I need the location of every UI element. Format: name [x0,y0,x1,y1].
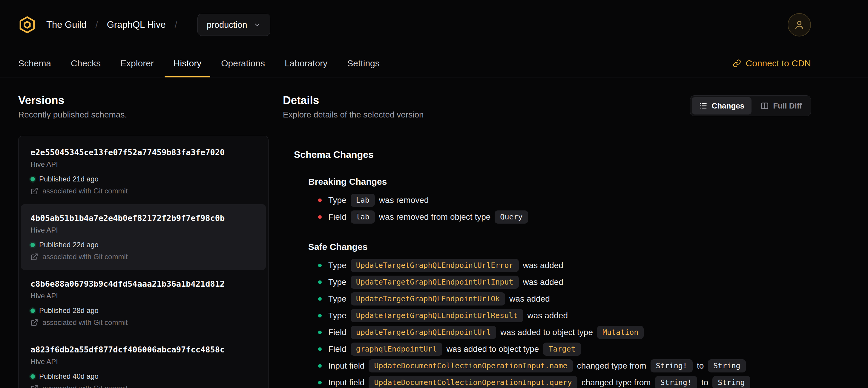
change-text: Field [328,345,346,354]
git-commit-link[interactable]: associated with Git commit [30,187,256,195]
versions-title: Versions [18,94,269,107]
chevron-down-icon [253,21,261,29]
change-text: was added [509,294,550,304]
version-list-item[interactable]: c8b6e88a06793b9c4dfd54aaa21b36a1b421d812… [21,270,266,336]
git-commit-label: associated with Git commit [42,384,128,388]
breadcrumb-separator: / [175,20,177,30]
full-diff-view-button[interactable]: Full Diff [753,97,809,115]
changes-view-label: Changes [712,101,744,111]
change-text: Type [328,294,346,304]
version-list-item[interactable]: 4b05ab51b1b4a7e2e4b0ef82172f2b9f7ef98c0b… [21,204,266,270]
columns-icon [761,101,769,110]
external-link-icon [30,187,38,195]
details-subtitle: Explore details of the selected version [283,110,424,120]
link-icon [733,59,741,67]
code-chip: String [708,359,746,372]
change-text: was removed [379,196,429,205]
version-service: Hive API [30,292,256,300]
change-list: TypeLabwas removedFieldlabwas removed fr… [318,192,811,226]
version-published-row: Published 22d ago [30,241,256,249]
change-text: Type [328,196,346,205]
change-section-title: Safe Changes [308,241,811,252]
hive-logo-icon[interactable] [18,16,36,34]
schema-changes-sections: Breaking ChangesTypeLabwas removedFieldl… [283,176,811,388]
tab-schema[interactable]: Schema [9,50,60,77]
git-commit-label: associated with Git commit [42,252,128,261]
published-status-dot [30,308,35,313]
published-status-dot [30,177,35,181]
breadcrumb-project[interactable]: GraphQL Hive [107,20,166,30]
change-text: was added [527,311,568,321]
published-status-dot [30,243,35,247]
git-commit-link[interactable]: associated with Git commit [30,318,256,327]
change-text: Field [328,212,346,222]
user-avatar[interactable] [788,13,811,36]
change-text: was added [523,261,563,270]
version-published-row: Published 21d ago [30,175,256,183]
code-chip: updateTargetGraphQLEndpointUrl [351,326,496,339]
change-text: Input field [328,361,364,371]
details-panel: Details Explore details of the selected … [283,94,811,388]
version-list-item[interactable]: e2e55045345ce13fe07f52a77459b83fa3fe7020… [21,139,266,204]
changes-view-button[interactable]: Changes [692,97,751,115]
target-selector-dropdown[interactable]: production [197,14,270,36]
change-item: TypeUpdateTargetGraphQLEndpointUrlErrorw… [318,257,811,274]
change-bullet [318,297,322,301]
code-chip: String! [651,359,693,372]
tab-history[interactable]: History [164,50,210,77]
change-item: Input fieldUpdateDocumentCollectionOpera… [318,358,811,374]
code-chip: String! [655,376,697,388]
versions-subtitle: Recently published schemas. [18,110,269,120]
published-status-dot [30,374,35,379]
list-icon [699,101,707,110]
change-list: TypeUpdateTargetGraphQLEndpointUrlErrorw… [318,257,811,388]
code-chip: Mutation [597,326,644,339]
change-item: Fieldlabwas removed from object typeQuer… [318,209,811,226]
external-link-icon [30,384,38,388]
code-chip: UpdateDocumentCollectionOperationInput.n… [369,359,572,372]
breadcrumb-separator: / [95,20,98,30]
change-text: changed type from [582,378,651,387]
change-section-title: Breaking Changes [308,176,811,187]
change-bullet [318,215,322,219]
code-chip: Target [543,342,581,356]
git-commit-link[interactable]: associated with Git commit [30,384,256,388]
version-published-label: Published 28d ago [39,306,99,315]
version-list-item[interactable]: a823f6db2a55df877dcf406006abca97fcc4858c… [21,336,266,388]
version-list: e2e55045345ce13fe07f52a77459b83fa3fe7020… [18,136,269,388]
code-chip: lab [351,210,375,223]
full-diff-view-label: Full Diff [773,101,802,111]
code-chip: Lab [351,194,375,207]
tab-settings[interactable]: Settings [338,50,388,77]
change-text: was removed from object type [379,212,491,222]
connect-to-cdn-link[interactable]: Connect to CDN [733,58,811,68]
tab-operations[interactable]: Operations [212,50,274,77]
change-text: was added to object type [446,345,539,354]
breadcrumb-org[interactable]: The Guild [46,20,86,30]
tab-checks[interactable]: Checks [62,50,110,77]
change-item: FieldgraphqlEndpointUrlwas added to obje… [318,341,811,358]
versions-panel: Versions Recently published schemas. e2e… [18,94,269,388]
change-text: was added to object type [500,328,593,337]
change-bullet [318,331,322,334]
external-link-icon [30,253,38,261]
code-chip: UpdateTargetGraphQLEndpointUrlError [351,259,519,272]
tab-explorer[interactable]: Explorer [112,50,163,77]
tab-laboratory[interactable]: Laboratory [276,50,336,77]
git-commit-link[interactable]: associated with Git commit [30,252,256,261]
change-text: Field [328,328,346,337]
change-item: TypeUpdateTargetGraphQLEndpointUrlInputw… [318,274,811,291]
details-header: Details Explore details of the selected … [283,94,811,120]
change-text: to [697,361,704,371]
code-chip: UpdateTargetGraphQLEndpointUrlInput [351,276,519,289]
connect-to-cdn-label: Connect to CDN [746,58,811,68]
version-hash: c8b6e88a06793b9c4dfd54aaa21b36a1b421d812 [30,279,256,289]
version-hash: 4b05ab51b1b4a7e2e4b0ef82172f2b9f7ef98c0b [30,213,256,223]
change-text: Type [328,277,346,287]
version-published-label: Published 22d ago [39,241,99,249]
git-commit-label: associated with Git commit [42,318,128,327]
git-commit-label: associated with Git commit [42,187,128,195]
version-published-row: Published 28d ago [30,306,256,315]
change-text: was added [523,277,563,287]
view-toggle: Changes Full Diff [690,95,811,116]
